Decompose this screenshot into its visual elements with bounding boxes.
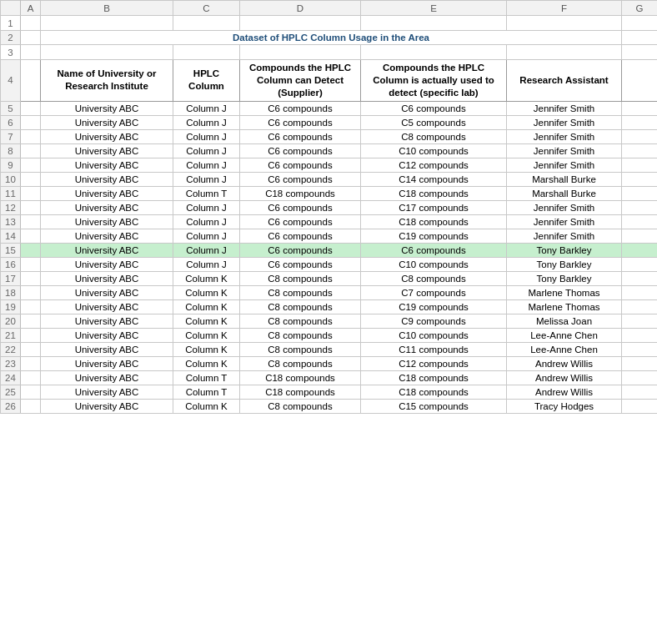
cell-detect-supplier[interactable]: C6 compounds xyxy=(240,229,361,243)
cell-detect-supplier[interactable]: C6 compounds xyxy=(240,214,361,229)
cell-hplc-col[interactable]: Column J xyxy=(173,143,240,158)
cell-university[interactable]: University ABC xyxy=(41,271,173,285)
cell-hplc-col[interactable]: Column J xyxy=(173,101,240,115)
cell-g[interactable] xyxy=(622,186,658,200)
cell-hplc-col[interactable]: Column K xyxy=(173,299,240,314)
cell-detect-lab[interactable]: C8 compounds xyxy=(361,129,507,143)
cell-hplc-col[interactable]: Column J xyxy=(173,229,240,243)
cell-detect-supplier[interactable]: C6 compounds xyxy=(240,200,361,214)
cell-detect-supplier[interactable]: C18 compounds xyxy=(240,385,361,399)
cell-hplc-col[interactable]: Column K xyxy=(173,271,240,285)
cell-detect-lab[interactable]: C17 compounds xyxy=(361,200,507,214)
cell-g[interactable] xyxy=(622,399,658,413)
cell-a[interactable] xyxy=(21,257,41,271)
cell-detect-lab[interactable]: C6 compounds xyxy=(361,243,507,257)
cell-hplc-col[interactable]: Column K xyxy=(173,285,240,299)
cell-hplc-col[interactable]: Column K xyxy=(173,356,240,370)
cell-university[interactable]: University ABC xyxy=(41,370,173,385)
cell-a[interactable] xyxy=(21,399,41,413)
cell-university[interactable]: University ABC xyxy=(41,342,173,356)
cell-a[interactable] xyxy=(21,129,41,143)
cell-g[interactable] xyxy=(622,370,658,385)
cell-detect-supplier[interactable]: C6 compounds xyxy=(240,172,361,186)
cell-g[interactable] xyxy=(622,243,658,257)
cell-g[interactable] xyxy=(622,257,658,271)
cell-university[interactable]: University ABC xyxy=(41,172,173,186)
cell-detect-lab[interactable]: C10 compounds xyxy=(361,257,507,271)
cell-a[interactable] xyxy=(21,101,41,115)
cell-assistant[interactable]: Tony Barkley xyxy=(507,243,622,257)
cell-university[interactable]: University ABC xyxy=(41,214,173,229)
cell-g[interactable] xyxy=(622,200,658,214)
cell-detect-supplier[interactable]: C6 compounds xyxy=(240,129,361,143)
cell-a[interactable] xyxy=(21,271,41,285)
cell-assistant[interactable]: Jennifer Smith xyxy=(507,200,622,214)
cell-assistant[interactable]: Marshall Burke xyxy=(507,172,622,186)
cell-detect-supplier[interactable]: C8 compounds xyxy=(240,271,361,285)
cell-a[interactable] xyxy=(21,385,41,399)
cell-university[interactable]: University ABC xyxy=(41,143,173,158)
cell-detect-lab[interactable]: C18 compounds xyxy=(361,214,507,229)
cell-detect-lab[interactable]: C19 compounds xyxy=(361,299,507,314)
cell-assistant[interactable]: Lee-Anne Chen xyxy=(507,342,622,356)
cell-hplc-col[interactable]: Column T xyxy=(173,370,240,385)
cell-assistant[interactable]: Jennifer Smith xyxy=(507,129,622,143)
cell-a[interactable] xyxy=(21,285,41,299)
cell-assistant[interactable]: Andrew Willis xyxy=(507,370,622,385)
cell-assistant[interactable]: Jennifer Smith xyxy=(507,158,622,172)
cell-detect-lab[interactable]: C9 compounds xyxy=(361,314,507,328)
cell-a[interactable] xyxy=(21,314,41,328)
cell-detect-supplier[interactable]: C6 compounds xyxy=(240,243,361,257)
cell-university[interactable]: University ABC xyxy=(41,186,173,200)
cell-detect-supplier[interactable]: C6 compounds xyxy=(240,257,361,271)
cell-assistant[interactable]: Marlene Thomas xyxy=(507,299,622,314)
cell-detect-supplier[interactable]: C18 compounds xyxy=(240,186,361,200)
cell-university[interactable]: University ABC xyxy=(41,243,173,257)
cell-university[interactable]: University ABC xyxy=(41,101,173,115)
cell-detect-lab[interactable]: C18 compounds xyxy=(361,186,507,200)
cell-assistant[interactable]: Jennifer Smith xyxy=(507,229,622,243)
cell-g[interactable] xyxy=(622,158,658,172)
cell-g[interactable] xyxy=(622,314,658,328)
cell-detect-lab[interactable]: C10 compounds xyxy=(361,143,507,158)
cell-hplc-col[interactable]: Column K xyxy=(173,342,240,356)
cell-g[interactable] xyxy=(622,129,658,143)
cell-a[interactable] xyxy=(21,186,41,200)
cell-detect-lab[interactable]: C19 compounds xyxy=(361,229,507,243)
cell-detect-supplier[interactable]: C6 compounds xyxy=(240,158,361,172)
cell-hplc-col[interactable]: Column T xyxy=(173,385,240,399)
cell-a[interactable] xyxy=(21,299,41,314)
cell-detect-supplier[interactable]: C18 compounds xyxy=(240,370,361,385)
cell-a[interactable] xyxy=(21,172,41,186)
cell-g[interactable] xyxy=(622,143,658,158)
cell-g[interactable] xyxy=(622,229,658,243)
cell-assistant[interactable]: Lee-Anne Chen xyxy=(507,328,622,342)
cell-detect-lab[interactable]: C8 compounds xyxy=(361,271,507,285)
cell-assistant[interactable]: Jennifer Smith xyxy=(507,214,622,229)
cell-detect-supplier[interactable]: C8 compounds xyxy=(240,285,361,299)
cell-detect-lab[interactable]: C12 compounds xyxy=(361,158,507,172)
cell-detect-supplier[interactable]: C8 compounds xyxy=(240,399,361,413)
cell-university[interactable]: University ABC xyxy=(41,385,173,399)
cell-detect-supplier[interactable]: C8 compounds xyxy=(240,328,361,342)
cell-detect-supplier[interactable]: C6 compounds xyxy=(240,101,361,115)
cell-a[interactable] xyxy=(21,158,41,172)
cell-university[interactable]: University ABC xyxy=(41,129,173,143)
cell-hplc-col[interactable]: Column J xyxy=(173,200,240,214)
cell-detect-supplier[interactable]: C6 compounds xyxy=(240,143,361,158)
cell-a[interactable] xyxy=(21,342,41,356)
cell-a[interactable] xyxy=(21,243,41,257)
cell-detect-lab[interactable]: C15 compounds xyxy=(361,399,507,413)
cell-assistant[interactable]: Tracy Hodges xyxy=(507,399,622,413)
cell-a[interactable] xyxy=(21,143,41,158)
cell-hplc-col[interactable]: Column J xyxy=(173,129,240,143)
cell-assistant[interactable]: Andrew Willis xyxy=(507,356,622,370)
cell-detect-supplier[interactable]: C6 compounds xyxy=(240,115,361,129)
cell-assistant[interactable]: Tony Barkley xyxy=(507,257,622,271)
cell-detect-lab[interactable]: C11 compounds xyxy=(361,342,507,356)
cell-g[interactable] xyxy=(622,214,658,229)
cell-university[interactable]: University ABC xyxy=(41,158,173,172)
cell-university[interactable]: University ABC xyxy=(41,314,173,328)
cell-g[interactable] xyxy=(622,356,658,370)
cell-university[interactable]: University ABC xyxy=(41,257,173,271)
